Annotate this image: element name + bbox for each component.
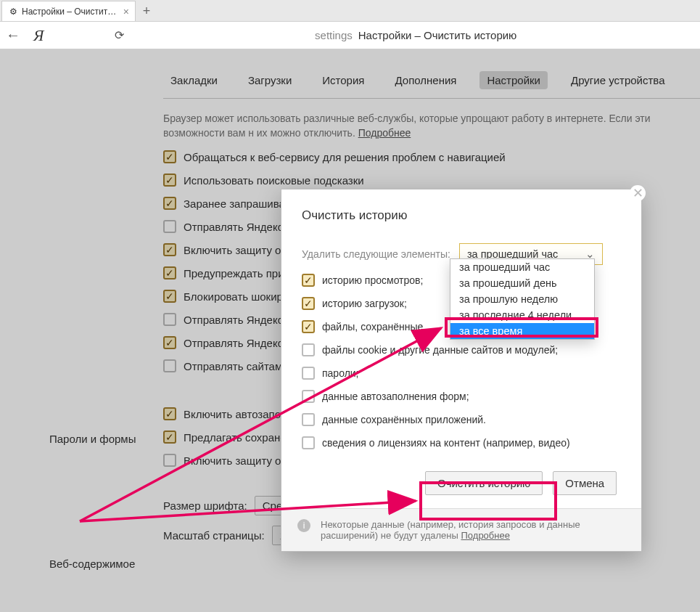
browser-tab[interactable]: ⚙ Настройки – Очистить и… × (1, 1, 136, 21)
dialog-footer: i Некоторые данные (например, история за… (281, 508, 641, 551)
option-label: файлы, сохранённые (322, 321, 423, 332)
footer-text: Некоторые данные (например, история запр… (321, 519, 580, 541)
close-tab-icon[interactable]: × (123, 6, 129, 17)
checkbox[interactable] (302, 367, 315, 380)
info-icon: i (297, 519, 310, 532)
checkbox[interactable] (302, 413, 315, 426)
dialog-title: Очистить историю (302, 208, 621, 223)
checkbox[interactable]: ✓ (302, 274, 315, 287)
option-label: данные автозаполнения форм; (322, 391, 469, 402)
option-label: файлы cookie и другие данные сайтов и мо… (322, 344, 558, 356)
clear-history-button[interactable]: Очистить историю (425, 471, 543, 495)
clear-option: сведения о лицензиях на контент (наприме… (302, 436, 621, 449)
clear-option: файлы cookie и другие данные сайтов и мо… (302, 343, 621, 356)
checkbox[interactable] (302, 390, 315, 403)
checkbox[interactable]: ✓ (302, 297, 315, 310)
dialog-close-icon[interactable]: ✕ (630, 185, 646, 201)
option-label: историю загрузок; (322, 298, 407, 309)
clear-history-dialog: ✕ Очистить историю Удалить следующие эле… (281, 189, 642, 552)
option-label: историю просмотров; (322, 274, 423, 286)
address-display[interactable]: settings Настройки – Очистить историю (137, 29, 694, 41)
reload-button[interactable]: ⟳ (115, 28, 124, 42)
checkbox[interactable] (302, 343, 315, 356)
back-button[interactable]: ← (6, 27, 20, 44)
new-tab-button[interactable]: + (136, 1, 157, 21)
checkbox[interactable]: ✓ (302, 320, 315, 333)
gear-icon: ⚙ (9, 7, 17, 17)
dropdown-option[interactable]: за все время (450, 323, 594, 339)
option-label: данные сохранённых приложений. (322, 414, 486, 425)
address-prefix: settings (315, 29, 353, 41)
time-range-dropdown: за прошедший часза прошедший деньза прош… (450, 258, 595, 340)
yandex-logo[interactable]: Я (33, 26, 44, 45)
dropdown-option[interactable]: за прошедший час (450, 259, 594, 275)
footer-more-link[interactable]: Подробнее (461, 530, 510, 541)
dropdown-option[interactable]: за прошедший день (450, 275, 594, 291)
browser-toolbar: ← Я ⟳ settings Настройки – Очистить исто… (0, 22, 700, 49)
dropdown-option[interactable]: за последние 4 недели (450, 307, 594, 323)
clear-option: пароли; (302, 367, 621, 380)
cancel-button[interactable]: Отмена (553, 471, 617, 495)
tab-title: Настройки – Очистить и… (22, 7, 119, 17)
clear-option: данные автозаполнения форм; (302, 390, 621, 403)
browser-tabstrip: ⚙ Настройки – Очистить и… × + (0, 0, 700, 22)
option-label: сведения о лицензиях на контент (наприме… (322, 437, 570, 449)
checkbox[interactable] (302, 436, 315, 449)
dropdown-option[interactable]: за прошлую неделю (450, 291, 594, 307)
address-title: Настройки – Очистить историю (358, 29, 517, 41)
range-label: Удалить следующие элементы: (302, 243, 450, 260)
clear-option: данные сохранённых приложений. (302, 413, 621, 426)
option-label: пароли; (322, 367, 359, 379)
